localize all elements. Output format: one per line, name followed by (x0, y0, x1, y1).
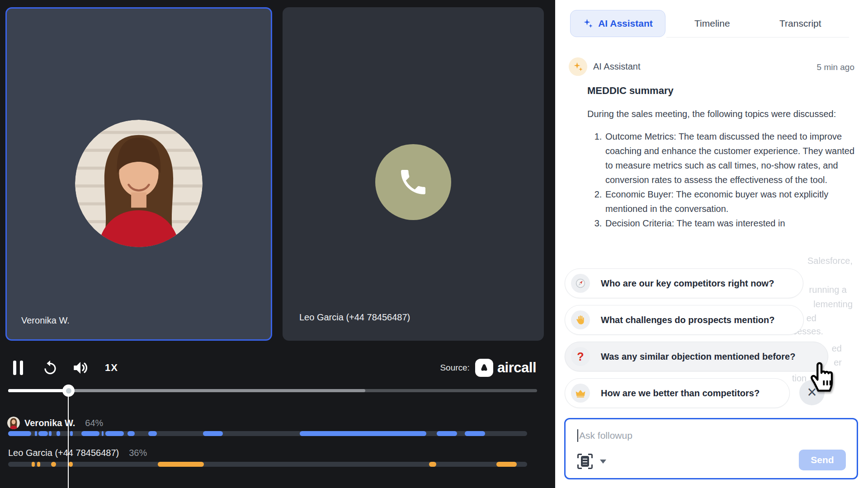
ai-sparkles-icon (583, 18, 594, 29)
faded-fragment: er (834, 357, 842, 368)
question-icon: ? (571, 347, 590, 366)
replay-icon (42, 359, 59, 376)
veronika-portrait (75, 120, 203, 247)
volume-icon (71, 360, 90, 376)
summary-item: Outcome Metrics: The team discussed the … (604, 129, 856, 187)
progress-played (8, 389, 68, 392)
volume-button[interactable] (71, 360, 90, 378)
chip-label: How are we better than competitors? (601, 388, 760, 399)
speaker-pct-veronika: 64% (85, 418, 103, 428)
assistant-author: AI Assistant (593, 61, 641, 72)
faded-fragment: Salesforce, (807, 256, 853, 266)
tab-transcript[interactable]: Transcript (775, 10, 826, 37)
text-caret (577, 429, 578, 442)
player-controls: 1X Source: aircall (0, 356, 555, 380)
summary-intro: During the sales meeting, the following … (587, 107, 856, 121)
tab-label: AI Assistant (598, 18, 653, 29)
aircall-brand: aircall (475, 359, 536, 377)
followup-input[interactable]: Ask followup Send (564, 418, 858, 479)
assistant-avatar (569, 57, 587, 76)
input-toolbar (577, 454, 606, 469)
summary-title: MEDDIC summary (587, 85, 856, 97)
pause-button[interactable] (13, 361, 23, 375)
call-player: Veronika W. Leo Garcia (+44 78456487) 1X… (0, 0, 555, 488)
faded-summary-text: Salesforce,running alementingedcesses.ed… (555, 0, 868, 488)
crown-icon (571, 384, 590, 403)
faded-fragment: ed (832, 343, 842, 354)
compass-icon (571, 274, 590, 293)
summary-item: Economic Buyer: The economic buyer was n… (604, 187, 856, 216)
playhead-handle[interactable] (62, 385, 75, 397)
summary-list: Outcome Metrics: The team discussed the … (587, 129, 856, 230)
message-timestamp: 5 min ago (817, 62, 854, 72)
faded-fragment: ed (807, 313, 816, 324)
source-label: Source: (440, 363, 469, 373)
tabs-underline (666, 37, 849, 38)
dismiss-suggestions-button[interactable]: × (799, 380, 825, 405)
meddic-summary: MEDDIC summary During the sales meeting,… (587, 85, 856, 230)
speaker-row-leo: Leo Garcia (+44 78456487) 36% (8, 448, 147, 458)
source-attribution: Source: aircall (440, 359, 536, 377)
suggested-question-challenges[interactable]: What challenges do prospects mention? (565, 305, 804, 335)
playhead-line (68, 397, 69, 488)
close-icon: × (807, 384, 816, 400)
participant-tile-veronika[interactable]: Veronika W. (5, 7, 272, 341)
tile-label-leo: Leo Garcia (+44 78456487) (299, 312, 410, 323)
aircall-logo-icon (475, 359, 493, 377)
send-button[interactable]: Send (799, 450, 846, 470)
veronika-photo (75, 120, 203, 247)
summary-item: Decision Criteria: The team was interest… (604, 216, 856, 230)
input-placeholder-row: Ask followup (577, 429, 632, 442)
speaker-pct-leo: 36% (129, 448, 147, 458)
snippet-icon[interactable] (577, 454, 593, 469)
panel-tabs: AI Assistant Timeline Transcript (555, 0, 868, 38)
participant-tile-leo[interactable]: Leo Garcia (+44 78456487) (283, 7, 544, 341)
progress-bar[interactable] (8, 389, 537, 392)
speaker-row-veronika: Veronika W. 64% (7, 417, 103, 429)
suggested-question-competitors[interactable]: Who are our key competitors right now? (565, 268, 803, 298)
speaker-track-1[interactable] (8, 431, 527, 436)
ai-sparkles-icon (573, 61, 584, 72)
suggested-question-objection[interactable]: ? Was any similar objection mentioned be… (565, 342, 828, 371)
chip-label: Was any similar objection mentioned befo… (601, 352, 795, 362)
faded-fragment: running a (809, 285, 847, 295)
tab-ai-assistant[interactable]: AI Assistant (570, 10, 665, 37)
tab-timeline[interactable]: Timeline (690, 10, 735, 37)
chevron-down-icon[interactable] (600, 460, 606, 464)
chip-label: Who are our key competitors right now? (601, 278, 774, 289)
chip-label: What challenges do prospects mention? (601, 315, 775, 325)
input-placeholder: Ask followup (579, 430, 632, 441)
speaker-name-leo: Leo Garcia (+44 78456487) (8, 448, 119, 458)
speaker-track-2[interactable] (8, 462, 527, 467)
assistant-panel: AI Assistant Timeline Transcript AI Assi… (555, 0, 868, 488)
hand-icon (571, 310, 590, 329)
tile-label-veronika: Veronika W. (21, 315, 70, 326)
faded-fragment: lementing (813, 299, 853, 310)
aircall-wordmark: aircall (497, 360, 536, 376)
suggested-question-better[interactable]: How are we better than competitors? (565, 378, 790, 408)
phone-icon (397, 166, 429, 198)
phone-avatar (375, 144, 451, 220)
replay-button[interactable] (42, 359, 59, 378)
playback-speed-button[interactable]: 1X (105, 362, 118, 374)
veronika-mini-avatar (7, 417, 20, 429)
